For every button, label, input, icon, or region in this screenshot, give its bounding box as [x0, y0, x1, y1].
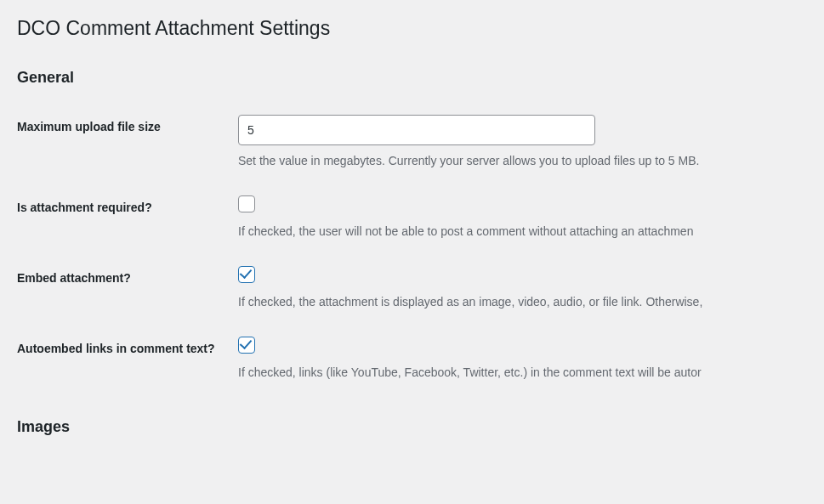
- settings-table-general: Maximum upload file size Set the value i…: [17, 102, 824, 394]
- section-heading-general: General: [17, 62, 824, 93]
- description-max-upload: Set the value in megabytes. Currently yo…: [238, 152, 815, 170]
- checkbox-embed[interactable]: [238, 266, 255, 283]
- field-row-max-upload: Maximum upload file size Set the value i…: [17, 102, 824, 183]
- checkbox-required[interactable]: [238, 195, 255, 212]
- field-row-embed: Embed attachment? If checked, the attach…: [17, 253, 824, 324]
- section-heading-images: Images: [17, 411, 824, 443]
- description-embed: If checked, the attachment is displayed …: [238, 293, 815, 311]
- description-autoembed: If checked, links (like YouTube, Faceboo…: [238, 364, 815, 382]
- description-required: If checked, the user will not be able to…: [238, 223, 815, 241]
- label-autoembed: Autoembed links in comment text?: [17, 342, 215, 355]
- label-embed: Embed attachment?: [17, 271, 131, 285]
- checkbox-autoembed[interactable]: [238, 337, 255, 354]
- input-max-upload[interactable]: [238, 115, 595, 145]
- field-row-autoembed: Autoembed links in comment text? If chec…: [17, 324, 824, 394]
- page-title: DCO Comment Attachment Settings: [17, 8, 824, 45]
- label-max-upload: Maximum upload file size: [17, 120, 161, 133]
- label-required: Is attachment required?: [17, 201, 152, 214]
- field-row-required: Is attachment required? If checked, the …: [17, 183, 824, 253]
